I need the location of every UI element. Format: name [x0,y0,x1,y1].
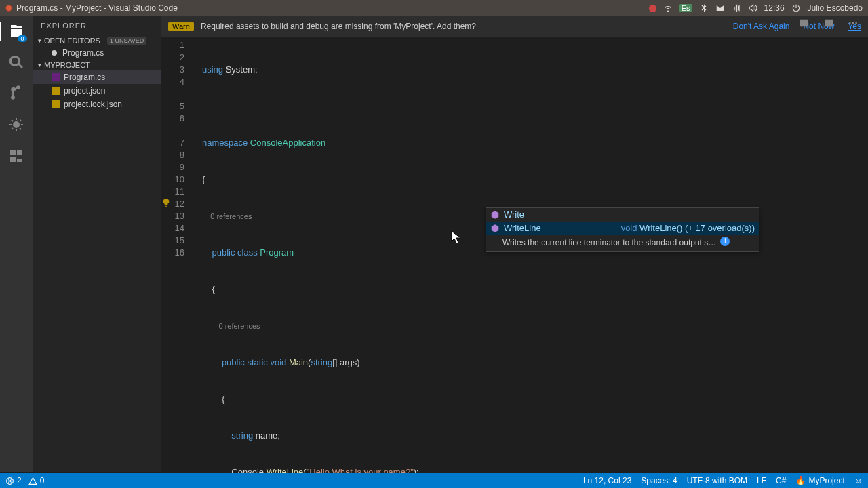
window-title-area: Program.cs - MyProject - Visual Studio C… [5,3,649,13]
open-editors-header[interactable]: ▾OPEN EDITORS1 UNSAVED [33,35,161,46]
extensions-icon[interactable] [7,146,26,165]
system-tray: Es 12:36 Julio Escobedo [649,3,863,13]
svg-point-2 [852,22,854,24]
network-icon[interactable] [732,3,741,13]
status-bar: 2 0 Ln 12, Col 23 Spaces: 4 UTF-8 with B… [0,473,868,488]
cursor-position[interactable]: Ln 12, Col 23 [583,476,631,485]
source-control-icon[interactable] [7,84,26,103]
file-program-cs[interactable]: Program.cs [33,70,161,84]
wifi-icon[interactable] [663,3,673,13]
unsaved-badge: 1 UNSAVED [107,37,146,45]
volume-icon[interactable] [748,3,757,13]
warnings-item[interactable]: 0 [28,476,45,485]
warn-badge: Warn [168,22,194,31]
keyboard-layout-badge[interactable]: Es [679,4,692,12]
encoding[interactable]: UTF-8 with BOM [687,476,747,485]
os-top-bar: Program.cs - MyProject - Visual Studio C… [0,0,868,16]
json-file-icon [52,100,60,108]
csharp-file-icon [52,73,60,81]
intellisense-popup[interactable]: Write WriteLine void WriteLine() (+ 17 o… [486,207,760,252]
json-file-icon [52,87,60,95]
explorer-icon[interactable]: 0 [7,22,26,41]
suggestion-doc: Writes the current line terminator to th… [486,235,759,251]
bluetooth-icon[interactable] [699,3,709,13]
project-name[interactable]: 🔥MyProject [795,476,844,485]
open-editor-item[interactable]: Program.cs [33,46,161,60]
user-name[interactable]: Julio Escobedo [808,3,863,13]
search-icon[interactable] [7,53,26,72]
code-content[interactable]: using System; namespace ConsoleApplicati… [202,39,419,488]
code-editor[interactable]: 1234 56 7891011 12 13141516 using System… [161,37,868,472]
twisty-icon: ▾ [38,37,41,44]
notification-message: Required assets to build and debug are m… [201,22,726,31]
twisty-icon: ▾ [38,62,41,68]
dont-ask-again-button[interactable]: Don't Ask Again [726,22,797,31]
explorer-badge: 0 [18,35,27,42]
clock[interactable]: 12:36 [764,3,785,13]
lightbulb-icon[interactable] [161,198,171,207]
suggestion-write[interactable]: Write [486,208,759,222]
notification-bar: Warn Required assets to build and debug … [161,16,868,37]
file-project-lock-json[interactable]: project.lock.json [33,98,161,111]
sidebar-title: EXPLORER [33,16,161,35]
svg-point-0 [13,121,20,128]
eol[interactable]: LF [757,476,766,485]
mail-icon[interactable] [715,3,725,13]
indentation[interactable]: Spaces: 4 [641,476,677,485]
flame-icon: 🔥 [795,476,806,485]
gutter: 1234 56 7891011 12 13141516 [161,39,194,259]
suggestion-writeline[interactable]: WriteLine void WriteLine() (+ 17 overloa… [486,222,759,235]
svg-point-1 [849,22,851,24]
file-project-json[interactable]: project.json [33,84,161,98]
window-title: Program.cs - MyProject - Visual Studio C… [16,3,178,13]
record-icon[interactable] [649,5,656,12]
errors-item[interactable]: 2 [5,476,22,485]
editor-area: Warn Required assets to build and debug … [161,16,868,472]
power-icon[interactable] [791,3,801,13]
unsaved-dot-icon [52,50,57,56]
explorer-sidebar: EXPLORER ▾OPEN EDITORS1 UNSAVED Program.… [33,16,161,472]
info-icon[interactable]: i [720,237,730,246]
close-window-icon[interactable] [5,5,12,12]
method-icon [490,224,500,233]
feedback-icon[interactable]: ☺ [854,476,863,485]
toggle-panel-icon[interactable] [823,18,834,28]
language-mode[interactable]: C# [776,476,786,485]
svg-point-3 [855,22,857,24]
method-icon [490,210,500,220]
activity-bar: 0 [0,16,33,472]
more-icon[interactable] [848,18,859,28]
project-header[interactable]: ▾MYPROJECT [33,60,161,70]
debug-icon[interactable] [7,115,26,134]
split-editor-icon[interactable] [799,18,810,28]
